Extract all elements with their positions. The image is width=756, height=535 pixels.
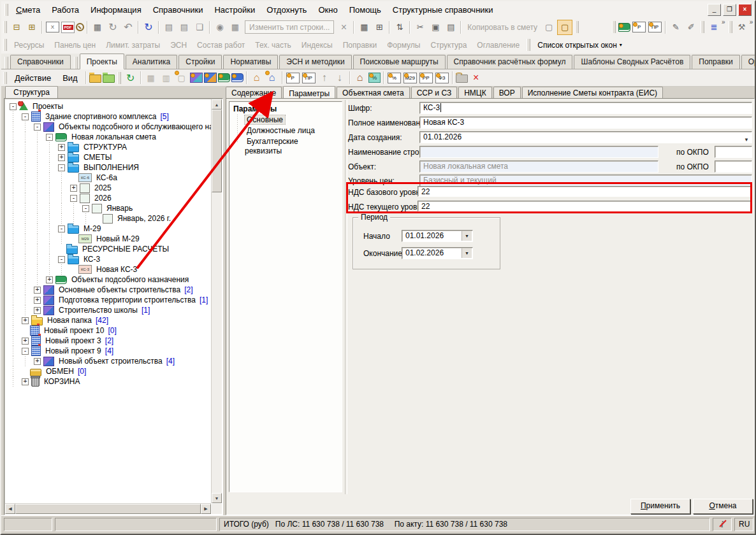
collapse-icon[interactable]: - xyxy=(34,124,41,131)
toolbar-grip[interactable] xyxy=(729,21,732,33)
tree-item[interactable]: +СТРУКТУРА xyxy=(6,142,211,152)
tree-item[interactable]: Новый проект 10[0] xyxy=(6,325,211,336)
menu-vid[interactable]: Вид xyxy=(57,72,84,84)
folder-gear-icon[interactable] xyxy=(456,75,468,83)
panel-divider[interactable] xyxy=(345,100,347,494)
clear-row-type-icon[interactable]: × xyxy=(337,20,351,34)
price-p-icon[interactable]: Р xyxy=(632,22,646,32)
copy-structure-icon[interactable]: ▥ xyxy=(159,71,173,85)
tab-obektnaya-smeta[interactable]: Объектная смета xyxy=(337,87,410,99)
collapse-icon[interactable]: - xyxy=(22,113,29,120)
m29-gear-icon[interactable]: М29 xyxy=(403,73,417,83)
expand-icon[interactable]: + xyxy=(34,287,41,294)
collapse-icon[interactable]: - xyxy=(46,134,53,141)
tab-organizacii[interactable]: Организации xyxy=(741,55,756,69)
structure-export-icon[interactable]: ⊟ xyxy=(10,20,24,34)
vat-current-input[interactable]: 22 xyxy=(418,201,752,211)
scroll-up-icon[interactable]: ▲ xyxy=(212,99,222,110)
toolbar-grip[interactable] xyxy=(3,72,7,84)
tree-item[interactable]: -ВЫПОЛНЕНИЯ xyxy=(6,162,211,173)
expand-icon[interactable]: + xyxy=(22,317,29,324)
tree-item[interactable]: -КС-3 xyxy=(6,254,211,264)
period-start-combo[interactable]: 01.01.2026 ▼ xyxy=(402,230,473,242)
insert-section-icon[interactable]: ▤ xyxy=(162,20,176,34)
methodics-book-icon[interactable] xyxy=(618,23,630,32)
full-name-input[interactable]: Новая КС-3 xyxy=(419,117,752,129)
toolbar-grip[interactable] xyxy=(527,39,530,51)
toolbar-grip[interactable] xyxy=(3,39,7,51)
act-pr-icon[interactable]: ПР xyxy=(302,73,316,83)
collapse-icon[interactable]: - xyxy=(10,103,17,110)
refresh-tree-icon[interactable]: ↻ xyxy=(124,71,138,85)
tab-analitika[interactable]: Аналитика xyxy=(126,55,177,69)
minimize-button[interactable]: _ xyxy=(708,4,721,16)
menu-smeta[interactable]: Смета xyxy=(10,3,46,17)
menu-deystvie[interactable]: Действие xyxy=(9,72,57,84)
move-up-icon[interactable]: ↑ xyxy=(317,71,331,85)
calculator-icon[interactable]: ▦ xyxy=(357,20,371,34)
tree-item[interactable]: -Новая локальная смета xyxy=(6,132,211,142)
home-icon[interactable]: ⌂ xyxy=(353,71,367,85)
template-clear-icon[interactable]: ✐ xyxy=(684,20,698,34)
excel-export-icon[interactable]: X xyxy=(46,22,59,32)
tree-item[interactable]: +Подготовка территории строительства[1] xyxy=(6,295,211,305)
chevron-down-icon[interactable]: ▼ xyxy=(462,248,472,258)
tree-item[interactable]: КС-6КС-6а xyxy=(6,173,211,183)
act-p-icon[interactable]: Р xyxy=(286,73,300,83)
scroll-left-icon[interactable]: ◀ xyxy=(5,504,15,514)
copy-doc-highlight-icon[interactable]: ▢ xyxy=(557,20,572,35)
tree-item[interactable]: +Строительство школы[1] xyxy=(6,305,211,315)
collapse-icon[interactable]: - xyxy=(58,256,65,263)
collapse-icon[interactable]: - xyxy=(82,205,89,212)
toolbar-grip[interactable] xyxy=(117,72,121,84)
collapse-icon[interactable]: - xyxy=(58,164,65,171)
tree-item[interactable]: М29Новый М-29 xyxy=(6,234,211,244)
toolbar-grip[interactable] xyxy=(3,21,7,33)
tab-vor[interactable]: ВОР xyxy=(493,87,521,99)
search-icon[interactable] xyxy=(76,23,84,31)
apply-button[interactable]: Применить xyxy=(630,499,690,514)
house-calc-icon[interactable]: ⌂ xyxy=(250,71,264,85)
expand-icon[interactable]: + xyxy=(58,154,65,161)
house-edit-icon[interactable]: ⌂ xyxy=(265,71,279,85)
tree-item[interactable]: -2026 xyxy=(6,193,211,203)
restore-row-icon[interactable]: ↻ xyxy=(142,20,156,34)
add-window-icon[interactable]: ⊞ xyxy=(372,20,386,34)
percent-gear-icon[interactable]: % xyxy=(388,73,401,83)
horizontal-scroll-thumb[interactable] xyxy=(15,504,201,514)
cut-icon[interactable]: ✂ xyxy=(413,20,427,34)
tab-nmck[interactable]: НМЦК xyxy=(458,87,492,99)
tab-proekty[interactable]: Проекты xyxy=(80,54,124,69)
new-object-icon[interactable] xyxy=(190,73,203,83)
comment-icon[interactable]: ❑ xyxy=(193,20,207,34)
tree-item[interactable]: -Объекты подсобного и обслуживающего наз… xyxy=(6,122,211,132)
period-end-combo[interactable]: 01.02.2026 ▼ xyxy=(402,247,473,259)
pdf-export-icon[interactable]: PDF xyxy=(61,22,75,33)
menu-spravochniki[interactable]: Справочники xyxy=(147,3,209,17)
expand-icon[interactable]: + xyxy=(46,276,53,283)
new-project-icon[interactable]: ▦ xyxy=(144,71,158,85)
tree-item[interactable]: +СМЕТЫ xyxy=(6,152,211,162)
scroll-down-icon[interactable]: ▼ xyxy=(212,493,222,503)
tab-poiskovye-marshruty[interactable]: Поисковые маршруты xyxy=(353,55,446,69)
open-windows-menu[interactable]: Список открытых окон xyxy=(532,38,622,52)
collapse-icon[interactable]: - xyxy=(58,225,65,232)
tree-item[interactable]: -М-29 xyxy=(6,224,211,234)
restore-button[interactable]: ❒ xyxy=(723,4,736,16)
params-dolzhnostnye-lica[interactable]: Должностные лица xyxy=(236,125,338,136)
okpo-input-1[interactable] xyxy=(715,146,752,158)
vertical-scrollbar[interactable]: ▲ ▼ xyxy=(211,99,222,503)
toolbar-grip[interactable] xyxy=(612,21,616,33)
expand-icon[interactable]: + xyxy=(34,307,41,314)
expand-icon[interactable]: + xyxy=(22,338,29,345)
okpo-input-2[interactable] xyxy=(715,160,752,173)
tab-ispolnenie-eis[interactable]: Исполнение Сметы контракта (ЕИС) xyxy=(522,87,663,99)
menu-informaciya[interactable]: Информация xyxy=(85,3,147,17)
more-list-icon[interactable]: » xyxy=(722,18,725,25)
tree-item[interactable]: +2025 xyxy=(6,183,211,193)
scroll-right-icon[interactable]: ▶ xyxy=(201,504,211,514)
properties-icon[interactable]: ▢ xyxy=(175,71,189,85)
expand-icon[interactable]: + xyxy=(34,297,41,304)
tree-item[interactable]: +Объекты подсобного назначения xyxy=(6,275,211,285)
menu-pomosch[interactable]: Помощь xyxy=(344,3,387,17)
